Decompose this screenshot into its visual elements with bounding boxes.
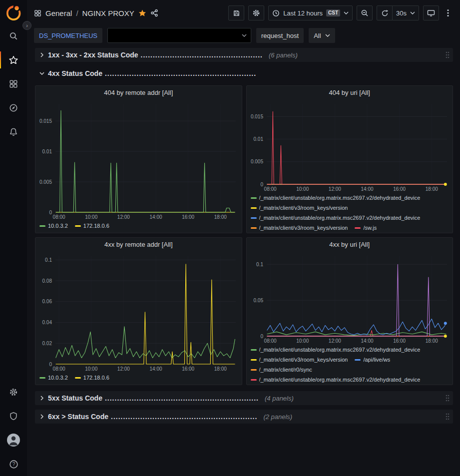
panel-title[interactable]: 404 by uri [All]: [247, 86, 453, 99]
sidebar-item-profile[interactable]: [0, 428, 27, 452]
cycle-view-mode-button[interactable]: [423, 5, 439, 20]
legend-item[interactable]: /_matrix/client/unstable/org.matrix.msc2…: [251, 194, 421, 202]
legend-item[interactable]: /api/live/ws: [355, 356, 390, 364]
svg-text:18:00: 18:00: [425, 186, 438, 192]
legend-item[interactable]: /_matrix/client/unstable/org.matrix.msc2…: [251, 346, 421, 354]
time-range-label: Last 12 hours: [283, 9, 323, 17]
series-color-swatch: [251, 349, 257, 351]
svg-text:10:00: 10:00: [85, 214, 97, 220]
sidebar-item-server-admin[interactable]: [0, 404, 27, 428]
datasource-variable-select[interactable]: [107, 28, 251, 43]
series-label: /_matrix/client/v3/room_keys/version: [259, 224, 348, 232]
row-drag-handle-icon[interactable]: [445, 51, 450, 59]
breadcrumb-folder[interactable]: General: [45, 9, 72, 17]
legend-item[interactable]: /sw.js: [355, 224, 377, 232]
refresh-button[interactable]: [377, 5, 393, 20]
series-label: /_matrix/client/unstable/org.matrix.msc2…: [259, 346, 421, 354]
legend-item[interactable]: 10.0.3.2: [39, 374, 68, 382]
star-icon: [9, 55, 18, 64]
row-drag-handle-icon[interactable]: [445, 413, 450, 421]
svg-text:0.02: 0.02: [42, 341, 52, 346]
svg-text:10:00: 10:00: [85, 366, 97, 372]
series-label: /_matrix/client/v3/room_keys/version: [259, 204, 348, 212]
legend-item[interactable]: /_matrix/client/unstable/org.matrix.msc2…: [251, 376, 421, 384]
help-icon: ?: [9, 460, 18, 469]
search-icon: [9, 31, 18, 40]
chart-404-by-uri[interactable]: 00.0050.010.01508:0010:0012:0014:0016:00…: [247, 99, 453, 193]
chart-4xx-by-remote-addr[interactable]: 00.020.040.060.080.108:0010:0012:0014:00…: [35, 251, 242, 373]
request-host-label-text: request_host: [261, 32, 299, 39]
panel-title[interactable]: 4xx by remote addr [All]: [35, 238, 242, 251]
legend-item[interactable]: /_matrix/client/unstable/org.matrix.msc2…: [251, 214, 421, 222]
row-title: 1xx - 3xx - 2xx Status Code: [48, 51, 138, 59]
svg-text:12:00: 12:00: [117, 214, 130, 220]
sidebar-item-explore[interactable]: [0, 96, 27, 120]
favorite-star-icon[interactable]: [138, 9, 146, 17]
datasource-variable-label[interactable]: DS_PROMETHEUS: [34, 28, 102, 43]
legend-item[interactable]: 172.18.0.6: [75, 374, 109, 382]
dashboard-content: 1xx - 3xx - 2xx Status Code ............…: [27, 45, 460, 476]
svg-text:08:00: 08:00: [53, 366, 65, 372]
row-6xx[interactable]: 6xx > Status Code ......................…: [35, 410, 453, 424]
row-title: 4xx Status Code: [48, 69, 102, 77]
svg-text:0.04: 0.04: [42, 320, 52, 325]
row-5xx[interactable]: 5xx Status Code ........................…: [35, 391, 453, 405]
more-options-button[interactable]: [443, 5, 453, 20]
sidebar-item-configuration[interactable]: [0, 380, 27, 404]
avatar: [7, 434, 20, 447]
legend-item[interactable]: 172.18.0.6: [75, 222, 109, 230]
series-label: 172.18.0.6: [83, 374, 109, 382]
chart-404-by-remote-addr[interactable]: 00.0050.010.01508:0010:0012:0014:0016:00…: [35, 99, 242, 221]
row-4xx[interactable]: 4xx Status Code ........................…: [35, 66, 453, 80]
sidebar-item-search[interactable]: [0, 24, 27, 48]
legend-item[interactable]: /_matrix/client/v3/room_keys/version: [251, 204, 348, 212]
grafana-logo[interactable]: [4, 4, 22, 22]
topbar-actions: Last 12 hours CST: [228, 5, 453, 20]
breadcrumb-divider: /: [76, 9, 78, 17]
refresh-interval-dropdown[interactable]: 30s: [393, 5, 419, 20]
kebab-icon: [447, 9, 449, 17]
timezone-badge: CST: [326, 9, 340, 16]
panel-404-by-remote-addr: 404 by remote addr [All] 00.0050.010.015…: [35, 85, 242, 233]
share-icon[interactable]: [150, 9, 158, 17]
clock-icon: [272, 9, 280, 17]
legend-item[interactable]: /_matrix/client/v3/room_keys/version: [251, 356, 348, 364]
shield-icon: [9, 412, 18, 421]
row-panel-count: (2 panels): [263, 413, 292, 421]
svg-text:08:00: 08:00: [264, 338, 276, 344]
sidebar-item-help[interactable]: ?: [0, 452, 27, 476]
sidebar-item-starred[interactable]: [0, 48, 27, 72]
chevron-down-icon: [242, 34, 247, 37]
gear-icon: [9, 388, 18, 397]
svg-text:0.01: 0.01: [42, 149, 52, 154]
request-host-variable-select[interactable]: All: [309, 28, 335, 43]
series-color-swatch: [75, 377, 81, 379]
refresh-interval-label: 30s: [396, 9, 407, 17]
series-label: 10.0.3.2: [48, 374, 68, 382]
chevron-down-icon: [410, 11, 415, 14]
zoom-out-time-button[interactable]: [357, 5, 373, 20]
chart-4xx-by-uri[interactable]: 00.050.108:0010:0012:0014:0016:0018:00: [247, 251, 453, 345]
svg-text:08:00: 08:00: [264, 186, 276, 192]
time-range-picker[interactable]: Last 12 hours CST: [268, 5, 353, 20]
svg-text:18:00: 18:00: [214, 366, 227, 372]
panel-legend: 10.0.3.2172.18.0.6: [35, 221, 242, 233]
row-1xx-3xx-2xx[interactable]: 1xx - 3xx - 2xx Status Code ............…: [35, 48, 453, 62]
legend-item[interactable]: /_matrix/client/v3/room_keys/version: [251, 224, 348, 232]
row-drag-handle-icon[interactable]: [445, 394, 450, 402]
series-color-swatch: [251, 227, 257, 229]
sidebar-item-dashboards[interactable]: [0, 72, 27, 96]
bell-icon: [9, 127, 18, 136]
sidebar-item-alerting[interactable]: [0, 120, 27, 144]
panel-title[interactable]: 404 by remote addr [All]: [35, 86, 242, 99]
save-dashboard-button[interactable]: [228, 5, 244, 20]
breadcrumb-dashboard-title[interactable]: NGINX PROXY: [82, 9, 134, 17]
series-color-swatch: [355, 359, 361, 361]
svg-text:0.015: 0.015: [250, 114, 263, 119]
legend-item[interactable]: 10.0.3.2: [39, 222, 68, 230]
legend-item[interactable]: /_matrix/client/r0/sync: [251, 366, 312, 374]
panel-title[interactable]: 4xx by uri [All]: [247, 238, 453, 251]
request-host-variable-label[interactable]: request_host: [256, 28, 304, 43]
dashboards-grid-icon: [9, 79, 18, 88]
dashboard-settings-button[interactable]: [248, 5, 264, 20]
